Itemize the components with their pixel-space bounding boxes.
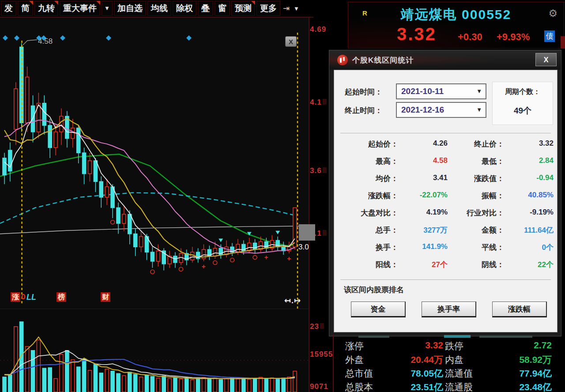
rank-by-change-button[interactable]: 涨跌幅 bbox=[492, 302, 547, 317]
stat-row-5: 总手：3277万金额：111.64亿 bbox=[334, 225, 558, 238]
event-badge-3[interactable]: 榜 bbox=[56, 292, 66, 302]
dialog-title: 个股K线区间统计 bbox=[352, 55, 414, 65]
start-date-select[interactable]: 2021-10-11 ▼ bbox=[396, 83, 486, 99]
screen-edge-fragment bbox=[561, 36, 565, 49]
app-screen: 发简九转重大事件▼加自选均线除权叠窗预测更多⇥▼ ✂↶⊕⊖ R 靖远煤电 000… bbox=[0, 0, 565, 392]
stat-row-4: 大盘对比：4.19%行业对比：-9.19% bbox=[334, 208, 558, 221]
quote-value: 78.05亿 bbox=[382, 367, 443, 380]
menu-item-4[interactable]: ▼ bbox=[102, 1, 113, 16]
axis-label-4.1: 4.1 bbox=[310, 98, 327, 107]
menu-item-3[interactable]: 重大事件 bbox=[60, 1, 100, 16]
rank-by-funds-button[interactable]: 资金 bbox=[351, 302, 406, 317]
event-badge-1[interactable]: 0 bbox=[21, 292, 25, 302]
axis-label-23: 23 bbox=[310, 322, 324, 331]
stat-label: 大盘对比： bbox=[334, 208, 398, 218]
event-badge-0[interactable]: 涨 bbox=[11, 292, 20, 302]
quote-label: 流通值 bbox=[445, 367, 473, 380]
quote-row-3: 总股本23.51亿流通股23.48亿 bbox=[334, 381, 565, 392]
dialog-logo-icon bbox=[337, 55, 348, 65]
event-badge-2[interactable]: LL bbox=[26, 292, 36, 302]
quote-value: 23.48亿 bbox=[486, 381, 552, 392]
dialog-titlebar[interactable]: 个股K线区间统计 X bbox=[329, 50, 561, 70]
kline-chart[interactable] bbox=[0, 18, 309, 309]
axis-divider bbox=[309, 18, 309, 392]
stat-label: 终止价： bbox=[452, 139, 504, 149]
clipped-row-fragment bbox=[444, 335, 471, 338]
event-badge-4[interactable]: 财 bbox=[101, 292, 110, 302]
stat-value: 27个 bbox=[401, 260, 448, 270]
quote-label: 流通股 bbox=[445, 381, 473, 392]
chevron-down-icon: ▼ bbox=[476, 103, 482, 117]
stat-label: 总手： bbox=[334, 225, 398, 235]
quote-header: R 靖远煤电 000552 ⚙ 3.32 +0.30 +9.93% 债 bbox=[348, 2, 564, 49]
volume-chart[interactable] bbox=[0, 309, 309, 392]
quote-label: 内盘 bbox=[445, 354, 463, 366]
stat-value: 4.26 bbox=[401, 139, 448, 148]
menu-item-2[interactable]: 九转 bbox=[34, 1, 58, 16]
dialog-close-button[interactable]: X bbox=[535, 53, 557, 66]
start-date-label: 起始时间： bbox=[345, 87, 382, 97]
stat-value: -9.19% bbox=[507, 208, 554, 217]
menu-item-6[interactable]: 均线 bbox=[147, 1, 171, 16]
quote-detail-panel: 涨停3.32跌停2.72外盘20.44万内盘58.92万总市值78.05亿流通值… bbox=[333, 335, 565, 392]
menu-item-9[interactable]: 窗 bbox=[215, 1, 230, 16]
divider bbox=[340, 279, 551, 280]
next-stock-icon[interactable]: ⇥ bbox=[282, 4, 291, 13]
clipped-row-fragment bbox=[358, 335, 389, 338]
menu-more-caret[interactable]: ▼ bbox=[292, 5, 301, 12]
stock-title: 靖远煤电 000552 bbox=[348, 6, 564, 24]
start-date-value: 2021-10-11 bbox=[401, 87, 444, 96]
bond-badge[interactable]: 债 bbox=[544, 30, 555, 42]
stat-row-7: 阳线：27个阴线：22个 bbox=[334, 260, 558, 273]
kline-stats-dialog: 个股K线区间统计 X 起始时间： 2021-10-11 ▼ 终止时间： 2021… bbox=[329, 50, 561, 336]
chevron-down-icon: ▼ bbox=[476, 84, 482, 98]
high-price-annotation: 4.58 bbox=[38, 37, 53, 46]
menu-item-5[interactable]: 加自选 bbox=[114, 1, 146, 16]
stat-row-2: 均价：3.41涨跌值：-0.94 bbox=[334, 173, 558, 187]
menu-item-1[interactable]: 简 bbox=[18, 1, 33, 16]
axis-label-15955: 15955 bbox=[310, 350, 333, 359]
menu-item-10[interactable]: 预测 bbox=[231, 1, 255, 16]
stat-value: 141.9% bbox=[401, 242, 448, 251]
stat-label: 金额： bbox=[452, 225, 504, 235]
quote-label: 跌停 bbox=[445, 340, 463, 352]
scrollbar-handle[interactable] bbox=[299, 224, 315, 241]
quote-label: 涨停 bbox=[345, 340, 364, 352]
period-count-value: 49个 bbox=[493, 105, 553, 117]
quote-value: 58.92万 bbox=[486, 354, 552, 366]
gear-icon[interactable]: ⚙ bbox=[548, 8, 557, 19]
menu-item-0[interactable]: 发 bbox=[1, 1, 16, 16]
rank-section-label: 该区间内股票排名 bbox=[344, 285, 404, 295]
rank-by-turnover-button[interactable]: 换手率 bbox=[422, 302, 476, 317]
stat-label: 均价： bbox=[334, 173, 398, 184]
stat-label: 起始价： bbox=[334, 139, 398, 149]
stat-label: 涨跌值： bbox=[452, 173, 504, 184]
stat-value: 4.58 bbox=[401, 156, 448, 165]
price-change: +0.30 bbox=[458, 31, 482, 43]
stat-label: 行业对比： bbox=[452, 208, 504, 218]
menu-item-8[interactable]: 叠 bbox=[198, 1, 213, 16]
chart-close-button[interactable]: X bbox=[285, 36, 297, 47]
stat-label: 最高： bbox=[334, 156, 398, 166]
menu-item-7[interactable]: 除权 bbox=[173, 1, 196, 16]
dialog-body: 起始时间： 2021-10-11 ▼ 终止时间： 2021-12-16 ▼ 周期… bbox=[334, 70, 557, 332]
stat-value: -0.94 bbox=[507, 173, 554, 182]
end-date-value: 2021-12-16 bbox=[401, 105, 444, 114]
quote-label: 外盘 bbox=[345, 354, 364, 366]
menu-item-11[interactable]: 更多 bbox=[256, 1, 280, 16]
stat-label: 涨跌幅： bbox=[334, 191, 398, 201]
period-count-label: 周期个数： bbox=[493, 87, 553, 97]
quote-value: 3.32 bbox=[382, 340, 443, 351]
stat-value: 3.32 bbox=[507, 139, 554, 148]
stat-label: 阳线： bbox=[334, 260, 398, 270]
stat-value: 40.85% bbox=[507, 191, 554, 200]
stat-row-3: 涨跌幅：-22.07%振幅：40.85% bbox=[334, 191, 558, 204]
axis-label-9071: 9071 bbox=[310, 382, 328, 391]
stat-row-0: 起始价：4.26终止价：3.32 bbox=[334, 139, 558, 152]
stat-row-1: 最高：4.58最低：2.84 bbox=[334, 156, 558, 170]
stat-value: 4.19% bbox=[401, 208, 448, 217]
end-date-select[interactable]: 2021-12-16 ▼ bbox=[396, 102, 486, 118]
end-date-label: 终止时间： bbox=[345, 106, 382, 116]
quote-row-0: 涨停3.32跌停2.72 bbox=[334, 340, 565, 353]
quote-value: 2.72 bbox=[486, 340, 552, 351]
